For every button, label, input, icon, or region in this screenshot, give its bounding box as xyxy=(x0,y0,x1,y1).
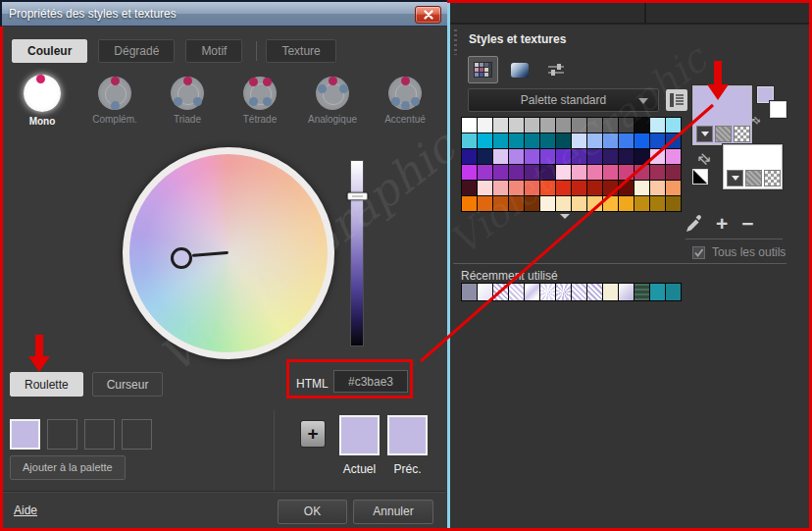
palette-color-cell[interactable] xyxy=(572,181,586,195)
palette-color-cell[interactable] xyxy=(462,133,477,148)
palette-color-cell[interactable] xyxy=(540,196,555,211)
eyedropper-icon[interactable] xyxy=(685,214,702,233)
palette-color-cell[interactable] xyxy=(619,118,634,133)
palette-color-cell[interactable] xyxy=(634,196,649,211)
custom-swatch[interactable] xyxy=(10,419,40,450)
palette-color-cell[interactable] xyxy=(634,165,649,180)
palette-color-cell[interactable] xyxy=(603,118,618,133)
palette-color-cell[interactable] xyxy=(619,165,634,180)
palette-color-cell[interactable] xyxy=(587,133,602,148)
palette-color-cell[interactable] xyxy=(572,133,586,148)
palette-color-cell[interactable] xyxy=(493,196,508,211)
palette-color-cell[interactable] xyxy=(650,196,665,211)
recent-swatch[interactable] xyxy=(540,284,555,300)
settings-view-button[interactable] xyxy=(540,56,571,83)
palette-scroll-down-icon[interactable] xyxy=(560,214,570,219)
recent-swatch[interactable] xyxy=(634,284,649,300)
harmony-triade[interactable]: Triade xyxy=(156,75,219,125)
palette-color-cell[interactable] xyxy=(650,149,665,164)
palette-color-cell[interactable] xyxy=(462,165,477,180)
palette-color-cell[interactable] xyxy=(666,165,681,180)
palette-color-cell[interactable] xyxy=(493,118,508,133)
palette-grid-view-button[interactable] xyxy=(468,56,498,83)
close-button[interactable] xyxy=(415,6,441,24)
palette-color-cell[interactable] xyxy=(572,196,586,211)
background-color-swatch[interactable] xyxy=(770,101,787,118)
palette-color-cell[interactable] xyxy=(603,181,618,195)
palette-color-cell[interactable] xyxy=(619,181,634,195)
palette-color-cell[interactable] xyxy=(619,196,634,211)
recent-swatch[interactable] xyxy=(462,284,477,300)
palette-color-cell[interactable] xyxy=(556,149,571,164)
recent-swatch[interactable] xyxy=(603,284,618,300)
palette-color-cell[interactable] xyxy=(493,181,508,195)
roulette-button[interactable]: Roulette xyxy=(10,372,83,397)
palette-color-cell[interactable] xyxy=(556,165,571,180)
palette-color-cell[interactable] xyxy=(650,133,665,148)
recent-swatch[interactable] xyxy=(619,284,634,300)
palette-color-cell[interactable] xyxy=(462,118,477,133)
palette-color-cell[interactable] xyxy=(587,149,602,164)
harmony-tetrade[interactable]: Tétrade xyxy=(228,75,291,125)
palette-color-cell[interactable] xyxy=(540,133,555,148)
palette-color-cell[interactable] xyxy=(540,118,555,133)
palette-color-cell[interactable] xyxy=(540,181,555,195)
palette-color-cell[interactable] xyxy=(525,196,539,211)
bg-transparency-icon[interactable] xyxy=(764,170,781,186)
palette-color-cell[interactable] xyxy=(478,149,492,164)
palette-color-cell[interactable] xyxy=(509,118,524,133)
palette-color-cell[interactable] xyxy=(603,196,618,211)
palette-menu-button[interactable] xyxy=(666,89,687,111)
palette-color-cell[interactable] xyxy=(525,118,539,133)
palette-color-cell[interactable] xyxy=(478,165,492,180)
add-swatch-button[interactable]: + xyxy=(300,420,326,448)
palette-color-cell[interactable] xyxy=(525,181,539,195)
palette-color-cell[interactable] xyxy=(650,165,665,180)
palette-color-cell[interactable] xyxy=(493,165,508,180)
gradient-view-button[interactable] xyxy=(504,56,534,83)
palette-color-cell[interactable] xyxy=(650,181,665,195)
palette-color-cell[interactable] xyxy=(556,118,571,133)
cancel-button[interactable]: Annuler xyxy=(353,500,433,524)
palette-color-cell[interactable] xyxy=(666,196,681,211)
palette-color-cell[interactable] xyxy=(634,118,649,133)
palette-color-cell[interactable] xyxy=(556,196,571,211)
help-link[interactable]: Aide xyxy=(14,504,37,517)
palette-color-cell[interactable] xyxy=(572,165,586,180)
palette-color-cell[interactable] xyxy=(634,149,649,164)
harmony-accentue[interactable]: Accentué xyxy=(374,75,436,125)
tous-les-outils-checkbox[interactable] xyxy=(692,246,705,259)
recent-swatch[interactable] xyxy=(509,284,524,300)
palette-color-cell[interactable] xyxy=(478,181,492,195)
palette-color-cell[interactable] xyxy=(462,196,477,211)
palette-color-cell[interactable] xyxy=(509,181,524,195)
palette-color-cell[interactable] xyxy=(603,165,618,180)
background-material-swatch[interactable] xyxy=(723,144,783,189)
curseur-button[interactable]: Curseur xyxy=(92,372,164,397)
bg-style-dropdown-icon[interactable] xyxy=(727,170,743,186)
palette-color-cell[interactable] xyxy=(619,133,634,148)
harmony-complem[interactable]: Complém. xyxy=(83,75,146,125)
bg-texture-icon[interactable] xyxy=(745,170,762,186)
palette-color-cell[interactable] xyxy=(587,118,602,133)
palette-select[interactable]: Palette standard xyxy=(468,88,659,112)
tab-couleur[interactable]: Couleur xyxy=(12,39,87,63)
palette-color-cell[interactable] xyxy=(462,149,477,164)
palette-color-cell[interactable] xyxy=(587,181,602,195)
previous-color-swatch[interactable] xyxy=(387,415,428,455)
fg-transparency-icon[interactable] xyxy=(734,126,750,142)
recent-swatch[interactable] xyxy=(525,284,539,300)
palette-color-cell[interactable] xyxy=(509,165,524,180)
palette-color-cell[interactable] xyxy=(634,181,649,195)
palette-color-cell[interactable] xyxy=(525,149,539,164)
palette-color-cell[interactable] xyxy=(540,149,555,164)
harmony-mono[interactable]: Mono xyxy=(11,75,74,127)
custom-swatch[interactable] xyxy=(47,419,77,450)
palette-color-cell[interactable] xyxy=(634,133,649,148)
panel-grip[interactable] xyxy=(454,29,457,55)
recent-swatch[interactable] xyxy=(556,284,571,300)
palette-color-cell[interactable] xyxy=(493,133,508,148)
add-to-palette-button[interactable]: Ajouter à la palette xyxy=(10,455,126,480)
dialog-titlebar[interactable]: Propriétés des styles et textures xyxy=(0,0,447,27)
palette-color-cell[interactable] xyxy=(666,149,681,164)
